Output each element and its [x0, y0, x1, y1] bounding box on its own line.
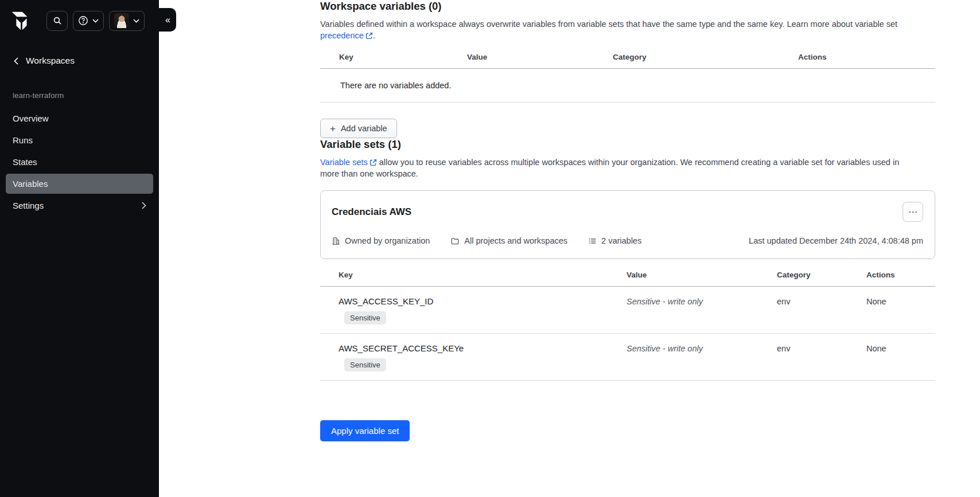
sidebar-item-variables[interactable]: Variables	[6, 174, 153, 194]
column-header-category: Category	[777, 271, 866, 279]
column-header-value: Value	[467, 53, 613, 61]
chevron-left-icon	[14, 57, 18, 65]
external-link-icon	[365, 32, 373, 40]
collapse-icon: «	[165, 15, 170, 25]
description-text: .	[373, 31, 375, 40]
help-icon	[78, 15, 88, 26]
sidebar-item-overview[interactable]: Overview	[6, 108, 153, 128]
search-button[interactable]	[46, 11, 68, 31]
column-header-actions: Actions	[866, 271, 935, 279]
folder-icon	[450, 237, 460, 245]
variable-category: env	[777, 296, 866, 324]
external-link-icon	[370, 159, 377, 166]
plus-icon: +	[330, 124, 336, 134]
back-to-workspaces[interactable]: Workspaces	[14, 56, 159, 66]
column-header-value: Value	[627, 271, 777, 279]
nav-label: Variables	[13, 179, 48, 189]
column-header-key: Key	[320, 271, 627, 279]
variable-actions: None	[866, 296, 935, 324]
nav-label: Settings	[13, 201, 44, 210]
search-icon	[53, 16, 62, 25]
nav-label: States	[13, 157, 37, 167]
user-avatar	[114, 13, 129, 28]
variable-sets-link[interactable]: Variable sets	[320, 158, 368, 167]
owned-by-label: Owned by organization	[345, 236, 430, 245]
variable-count: 2 variables	[588, 236, 641, 245]
variable-sets-description: Variable sets allow you to reuse variabl…	[320, 156, 908, 179]
last-updated-label: Last updated December 24th 2024, 4:08:48…	[749, 236, 923, 245]
ellipsis-icon: ⋯	[908, 206, 917, 217]
scope-label: All projects and workspaces	[464, 236, 567, 245]
variable-value: Sensitive - write only	[627, 296, 777, 324]
add-variable-button[interactable]: + Add variable	[320, 119, 397, 138]
help-menu-button[interactable]	[73, 11, 104, 31]
variable-actions: None	[866, 343, 935, 371]
user-menu-button[interactable]	[109, 11, 145, 31]
chevron-down-icon	[92, 19, 99, 23]
variable-value: Sensitive - write only	[627, 343, 777, 371]
main-content: Workspace variables (0) Variables define…	[320, 0, 935, 441]
organization-icon	[332, 237, 340, 245]
add-variable-label: Add variable	[341, 124, 387, 133]
variable-sets-title: Variable sets (1)	[320, 138, 935, 151]
variable-set-name: Credenciais AWS	[332, 206, 411, 218]
column-header-category: Category	[613, 53, 798, 61]
table-row: AWS_ACCESS_KEY_ID Sensitive Sensitive - …	[320, 287, 935, 334]
variable-set-card: Credenciais AWS ⋯ Owned by organization	[320, 190, 935, 259]
nav-label: Overview	[13, 114, 49, 123]
column-header-key: Key	[320, 53, 467, 61]
sensitive-badge: Sensitive	[344, 358, 386, 371]
collapse-sidebar-button[interactable]: «	[159, 8, 176, 32]
table-row: AWS_SECRET_ACCESS_KEYe Sensitive Sensiti…	[320, 334, 935, 381]
workspace-variables-description: Variables defined within a workspace alw…	[320, 18, 908, 41]
back-label: Workspaces	[26, 56, 75, 66]
variable-set-table-header: Key Value Category Actions	[320, 259, 935, 287]
sensitive-badge: Sensitive	[344, 311, 386, 324]
chevron-down-icon	[133, 19, 139, 23]
variable-key-cell: AWS_SECRET_ACCESS_KEYe Sensitive	[320, 343, 627, 371]
sidebar-item-states[interactable]: States	[6, 152, 153, 172]
variable-set-menu-button[interactable]: ⋯	[903, 202, 923, 222]
nav-label: Runs	[13, 135, 33, 145]
sidebar-item-settings[interactable]: Settings	[6, 195, 153, 216]
owned-by: Owned by organization	[332, 236, 430, 245]
variable-count-label: 2 variables	[601, 236, 641, 245]
variable-key: AWS_SECRET_ACCESS_KEYe	[339, 343, 627, 353]
sidebar-topbar	[0, 0, 159, 32]
sidebar-item-runs[interactable]: Runs	[6, 130, 153, 150]
list-icon	[588, 237, 597, 245]
terraform-logo-icon	[9, 9, 33, 32]
variable-key: AWS_ACCESS_KEY_ID	[339, 296, 627, 306]
description-text: Variables defined within a workspace alw…	[320, 19, 897, 29]
workspace-variables-table-header: Key Value Category Actions	[320, 41, 935, 69]
empty-variables-message: There are no variables added.	[320, 69, 935, 103]
description-text: allow you to reuse variables across mult…	[320, 158, 899, 178]
variable-set-meta: Owned by organization All projects and w…	[332, 236, 923, 245]
workspace-variables-title: Workspace variables (0)	[320, 0, 935, 13]
column-header-actions: Actions	[798, 53, 935, 61]
chevron-right-icon	[142, 202, 146, 209]
variable-category: env	[777, 343, 866, 371]
sidebar: Workspaces learn-terraform Overview Runs…	[0, 0, 159, 497]
scope: All projects and workspaces	[450, 236, 567, 245]
workspace-name-label: learn-terraform	[13, 91, 159, 100]
apply-variable-set-button[interactable]: Apply variable set	[320, 420, 410, 441]
sidebar-nav: Overview Runs States Variables Settings	[0, 108, 159, 216]
variable-key-cell: AWS_ACCESS_KEY_ID Sensitive	[320, 296, 627, 324]
precedence-link[interactable]: precedence	[320, 31, 364, 40]
